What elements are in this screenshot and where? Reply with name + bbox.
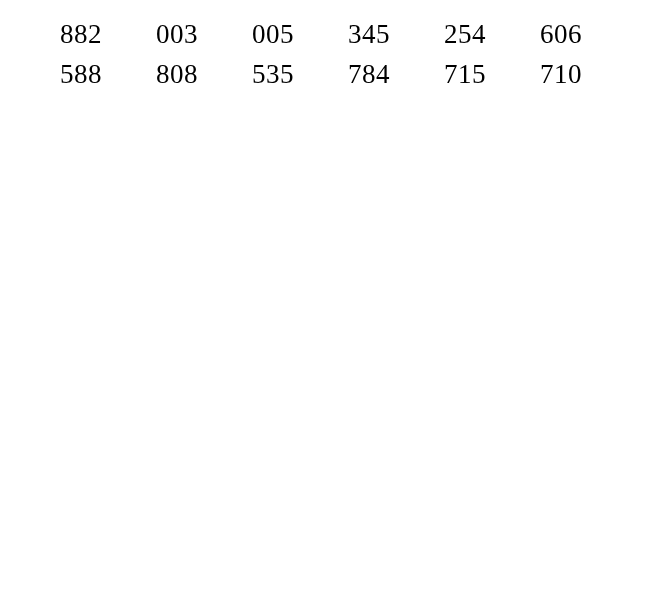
number-cell: 606 — [540, 14, 636, 54]
number-cell: 808 — [156, 54, 252, 94]
number-cell: 784 — [348, 54, 444, 94]
number-cell: 882 — [60, 14, 156, 54]
table-row: 588 808 535 784 715 710 — [60, 54, 671, 94]
number-cell: 588 — [60, 54, 156, 94]
number-cell: 005 — [252, 14, 348, 54]
number-cell: 003 — [156, 14, 252, 54]
table-row: 882 003 005 345 254 606 — [60, 14, 671, 54]
number-cell: 715 — [444, 54, 540, 94]
number-cell: 535 — [252, 54, 348, 94]
number-cell: 710 — [540, 54, 636, 94]
number-cell: 254 — [444, 14, 540, 54]
number-cell: 345 — [348, 14, 444, 54]
number-grid: 882 003 005 345 254 606 588 808 535 784 … — [0, 0, 671, 94]
